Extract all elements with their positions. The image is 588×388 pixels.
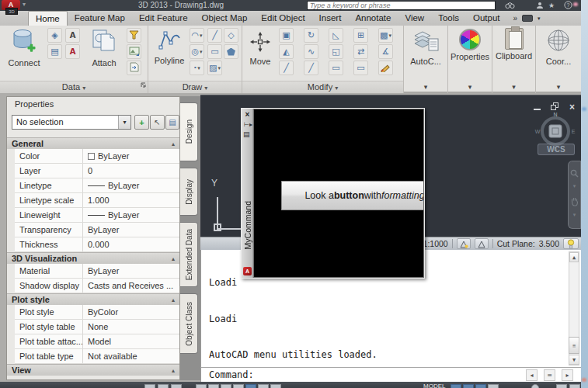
panel-properties-collapsed[interactable]: Properties ▾ (448, 26, 492, 93)
status-toggle-icon[interactable] (463, 384, 474, 388)
select-objects-button[interactable]: ↖ (150, 115, 165, 130)
tab-output[interactable]: Output (466, 11, 507, 26)
status-toggle-icon[interactable] (245, 384, 256, 388)
model-space-button[interactable]: MODEL (423, 383, 445, 388)
trim-button[interactable]: ◺ (329, 28, 343, 43)
section-view-collapse-icon[interactable]: ▴ (172, 365, 175, 376)
pickadd-toggle-button[interactable]: + (134, 115, 149, 130)
fillet-button[interactable]: ∿ (304, 44, 318, 59)
gear-icon[interactable] (531, 384, 539, 388)
annotation-autoscale-button[interactable] (475, 238, 489, 249)
cut-plane-lightbulb-button[interactable] (563, 238, 579, 249)
rectangle-button[interactable]: ▭ (207, 44, 222, 59)
section-3d-visualization[interactable]: 3D Visualization ▴ (7, 252, 179, 264)
join-button[interactable]: ▭ (329, 61, 343, 75)
mycommand-autohide-icon[interactable]: ⊢▸ (244, 122, 252, 128)
arc-caret-icon[interactable]: ▾ (200, 33, 203, 39)
coordinates-panel-caret-icon[interactable]: ▾ (536, 83, 581, 91)
insert-image-button[interactable] (127, 44, 141, 59)
status-toggle-icon[interactable] (221, 384, 231, 388)
command-scrollbar[interactable]: ▲ ≡ ▼ (569, 251, 579, 365)
status-toggle-icon[interactable] (196, 384, 207, 388)
status-toggle-icon[interactable] (158, 384, 169, 388)
polyline-button[interactable]: Polyline (150, 28, 189, 65)
properties-palette-title[interactable]: Properties (7, 97, 179, 113)
search-binoculars-icon[interactable] (505, 0, 515, 10)
edit-pencil-button[interactable] (378, 61, 393, 75)
status-toggle-icon[interactable] (451, 384, 461, 388)
panel-data-footer[interactable]: Data ▾ (0, 81, 148, 93)
panel-draw-footer[interactable]: Draw ▾ (148, 81, 242, 93)
hatch-button[interactable]: ▨▾ (207, 61, 222, 75)
circle-caret-icon[interactable]: ▾ (200, 49, 203, 55)
overlap-button[interactable]: ▩▾ (378, 28, 393, 43)
status-toggle-icon[interactable] (270, 384, 281, 388)
mycommand-title-strip[interactable]: × ⊢▸ ▤ MyCommand A (242, 109, 253, 278)
section-view[interactable]: View ▴ (7, 364, 179, 376)
arc-button[interactable]: ◠▾ (190, 28, 204, 43)
pan-hand-icon[interactable] (570, 196, 579, 210)
point-caret-icon[interactable]: ▾ (197, 65, 200, 71)
command-pager-right-button[interactable]: ▸ (562, 369, 573, 381)
tab-view[interactable]: View (398, 11, 431, 26)
stretch-button[interactable]: ⇄ (353, 44, 368, 59)
ribbon-state-caret-icon[interactable]: ▾ (538, 16, 541, 22)
circle-button[interactable]: ◎▾ (190, 44, 204, 59)
app-menu-caret-icon[interactable]: ▾ (23, 1, 26, 8)
mycommand-properties-icon[interactable]: ▤ (243, 131, 250, 138)
section-plot-style[interactable]: Plot style ▴ (7, 293, 179, 305)
scroll-down-icon[interactable]: ▼ (569, 355, 579, 365)
property-row-plot-table-type[interactable]: Plot table type Not available (15, 349, 179, 364)
rotate-button[interactable]: ↻ (304, 28, 318, 43)
property-row-transparency[interactable]: Transparency ByLayer (15, 223, 179, 237)
tab-feature-map[interactable]: Feature Map (68, 11, 132, 26)
annotation-scale-value[interactable]: 1:1000 (423, 239, 448, 248)
tab-edit-object[interactable]: Edit Object (254, 11, 311, 26)
section-plot-collapse-icon[interactable]: ▴ (172, 294, 175, 305)
sign-in-icon[interactable] (536, 0, 544, 10)
polygon-button[interactable] (224, 44, 238, 59)
point-button[interactable]: ·▾ (190, 61, 204, 75)
property-row-shadow-display[interactable]: Shadow display Casts and Receives ... (15, 279, 179, 293)
quick-select-button[interactable]: ▤ (165, 115, 179, 130)
status-toggle-icon[interactable] (258, 384, 269, 388)
autocad-panel-caret-icon[interactable]: ▾ (404, 83, 447, 91)
property-row-linetype[interactable]: Linetype ByLayer (15, 178, 179, 193)
scale-button[interactable]: ◱ (329, 44, 343, 59)
tab-object-map[interactable]: Object Map (195, 11, 255, 26)
command-pager-left-button[interactable]: ◂ (526, 369, 538, 381)
panel-modify-footer[interactable]: Modify ▾ (242, 81, 403, 93)
help-icon[interactable]: ? (564, 0, 572, 10)
mirror-button[interactable]: ◭ (279, 44, 294, 59)
property-row-plot-style[interactable]: Plot style ByColor (15, 305, 179, 320)
clipboard-panel-caret-icon[interactable]: ▾ (492, 83, 535, 91)
selection-dropdown[interactable]: No selection ▾ (12, 115, 131, 130)
favorites-star-icon[interactable]: ★ (548, 0, 555, 10)
property-row-linetype-scale[interactable]: Linetype scale 1.000 (15, 193, 179, 208)
break-at-point-button[interactable]: ╱ (304, 61, 318, 75)
section-general[interactable]: General ▴ (7, 137, 179, 149)
panel-coordinates-collapsed[interactable]: Coor... ▾ (536, 26, 581, 93)
panel-autocad-collapsed[interactable]: AutoC... ▾ (404, 26, 448, 93)
annotation-visibility-button[interactable] (457, 238, 471, 249)
status-toggle-icon[interactable] (171, 384, 182, 388)
formatted-button[interactable]: Look a button with formatting (281, 181, 424, 210)
wcs-badge[interactable]: WCS (538, 144, 575, 155)
search-input[interactable] (307, 1, 496, 10)
data-dialog-launcher-icon[interactable] (141, 80, 146, 92)
tab-tools[interactable]: Tools (431, 11, 466, 26)
attach-button[interactable]: Attach (85, 28, 123, 68)
property-row-plot-table-attached[interactable]: Plot table attac... Model (15, 334, 179, 349)
connect-button[interactable]: Connect (3, 28, 45, 68)
mycommand-close-icon[interactable]: × (242, 111, 253, 119)
property-row-layer[interactable]: Layer 0 (15, 164, 179, 178)
properties-panel-caret-icon[interactable]: ▾ (448, 83, 492, 91)
status-toggle-icon[interactable] (233, 384, 244, 388)
tab-overflow-icon[interactable]: » (513, 14, 518, 23)
cut-plane-value[interactable]: 3.500 (539, 239, 559, 248)
selection-dropdown-caret-icon[interactable]: ▾ (118, 116, 130, 129)
tab-edit-feature[interactable]: Edit Feature (132, 11, 195, 26)
property-row-material[interactable]: Material ByLayer (15, 264, 179, 279)
overlap-caret-icon[interactable]: ▾ (388, 33, 391, 39)
panel-clipboard-collapsed[interactable]: Clipboard ▾ (492, 26, 536, 93)
